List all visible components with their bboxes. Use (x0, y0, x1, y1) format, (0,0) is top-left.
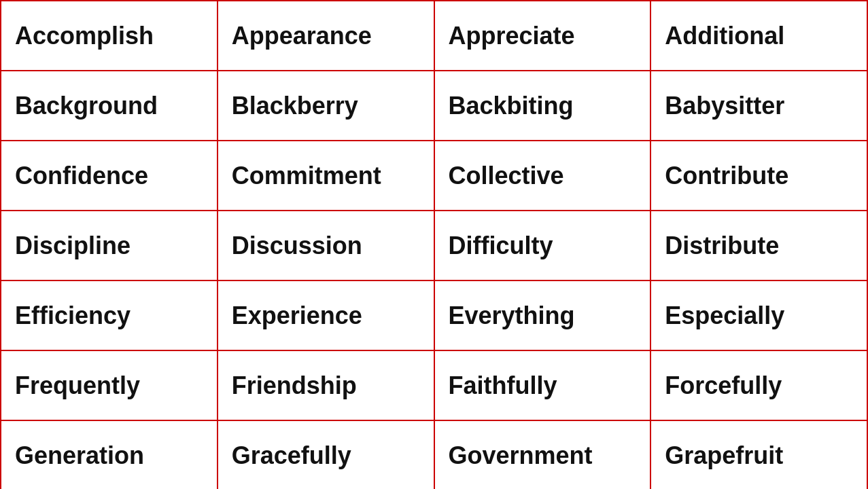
table-cell: Appearance (218, 1, 434, 71)
table-cell: Frequently (1, 350, 218, 420)
table-cell: Appreciate (434, 1, 651, 71)
table-cell: Forcefully (650, 350, 867, 420)
table-cell: Generation (1, 420, 218, 489)
table-cell: Babysitter (650, 71, 867, 141)
table-cell: Distribute (650, 211, 867, 280)
table-cell: Efficiency (1, 280, 218, 350)
table-cell: Difficulty (434, 211, 651, 280)
table-cell: Friendship (218, 350, 434, 420)
word-table: AccomplishAppearanceAppreciateAdditional… (0, 0, 868, 489)
table-cell: Everything (434, 280, 651, 350)
table-cell: Additional (650, 1, 867, 71)
table-cell: Background (1, 71, 218, 141)
table-cell: Accomplish (1, 1, 218, 71)
table-cell: Confidence (1, 141, 218, 211)
table-cell: Blackberry (218, 71, 434, 141)
table-cell: Contribute (650, 141, 867, 211)
table-cell: Experience (218, 280, 434, 350)
table-cell: Grapefruit (650, 420, 867, 489)
table-cell: Especially (650, 280, 867, 350)
table-cell: Backbiting (434, 71, 651, 141)
table-cell: Discipline (1, 211, 218, 280)
table-cell: Faithfully (434, 350, 651, 420)
word-table-container: AccomplishAppearanceAppreciateAdditional… (0, 0, 868, 489)
table-cell: Commitment (218, 141, 434, 211)
table-cell: Discussion (218, 211, 434, 280)
table-cell: Gracefully (218, 420, 434, 489)
table-cell: Government (434, 420, 651, 489)
table-cell: Collective (434, 141, 651, 211)
